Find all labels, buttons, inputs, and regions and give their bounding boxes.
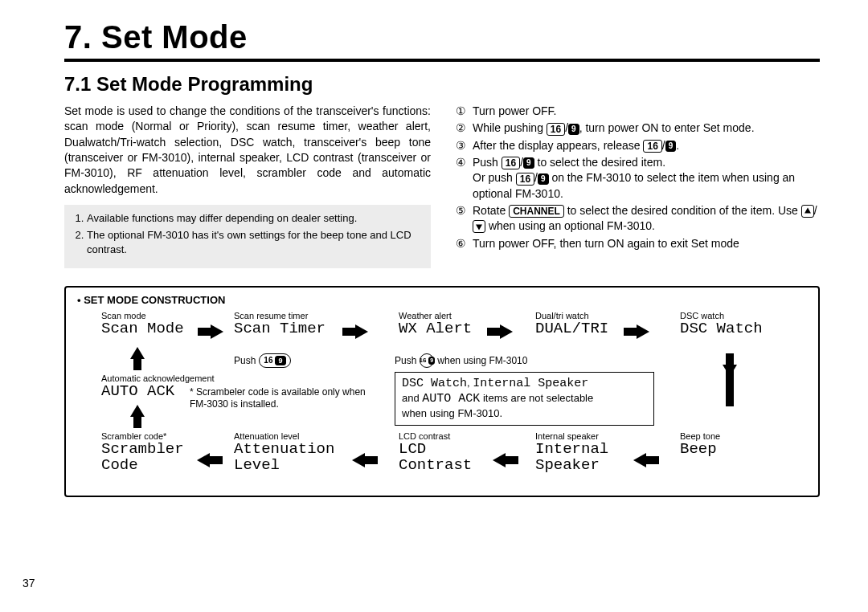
title-rule — [64, 59, 820, 62]
step-6-marker: ⑥ — [453, 236, 468, 251]
lcd-wx-alert: WX Alert — [399, 320, 472, 337]
lcd-beep: Beep — [680, 441, 720, 457]
step-1-marker: ① — [453, 104, 468, 119]
lcd-scan-timer: Scan Timer — [234, 320, 326, 337]
lcd-scrambler: Scrambler Code — [101, 441, 184, 473]
key-16: 16 — [516, 173, 534, 186]
key-9: 9 — [538, 173, 549, 185]
lbl-internal-speaker: Internal speaker — [535, 431, 608, 441]
step-2b: , turn power ON to enter Set mode. — [579, 121, 755, 134]
lcd-dsc-watch: DSC Watch — [680, 320, 763, 337]
cell-internal-speaker: Internal speaker Internal Speaker — [535, 431, 608, 473]
up-key-icon — [801, 205, 814, 218]
step-3-marker: ③ — [453, 138, 468, 153]
cell-attenuation: Attenuation level Attenuation Level — [234, 431, 334, 473]
left-column: Set mode is used to change the condition… — [64, 104, 431, 268]
note-1: Available functions may differ depending… — [87, 211, 423, 226]
arrow-left-icon — [632, 455, 659, 466]
lbl-beep: Beep tone — [680, 431, 720, 441]
step-4: ④ Push 16/9 to select the desired item. … — [453, 155, 820, 202]
set-mode-construction-diagram: • SET MODE CONSTRUCTION Scan mode Scan M… — [64, 286, 820, 497]
step-2-marker: ② — [453, 120, 468, 136]
step-4b: to select the desired item. — [534, 156, 665, 169]
lcd-lcd-contrast: LCD Contrast — [399, 441, 472, 473]
cell-dsc-watch: DSC watch DSC Watch — [680, 311, 763, 337]
note-auto-ack: AUTO ACK — [422, 392, 480, 406]
step-5-marker: ⑤ — [453, 203, 468, 235]
arrow-right-icon — [342, 326, 370, 337]
diagram-heading: • SET MODE CONSTRUCTION — [77, 294, 807, 306]
step-6-text: Turn power OFF, then turn ON again to ex… — [473, 236, 820, 251]
lbl-auto-ack: Automatic acknowledgement — [101, 373, 215, 383]
arrow-down-icon: .arr-down[style*="height:80px"]::before{… — [724, 353, 735, 418]
arrow-left-icon — [350, 455, 378, 466]
step-3: ③ After the display appears, release 16/… — [453, 138, 820, 153]
step-2-text: While pushing 16/9, turn power ON to ent… — [473, 120, 820, 136]
arrow-left-icon — [195, 455, 223, 466]
push-fm-suffix: when using FM-3010 — [437, 355, 527, 366]
down-key-icon — [473, 220, 485, 233]
chapter-title: 7. Set Mode — [64, 19, 820, 55]
note-2: The optional FM-3010 has it's own settin… — [87, 228, 423, 256]
step-5: ⑤ Rotate CHANNEL to select the desired c… — [453, 203, 820, 235]
key-16: 16 — [547, 123, 565, 136]
step-5-text: Rotate CHANNEL to select the desired con… — [473, 203, 820, 235]
cell-scrambler: Scrambler code* Scrambler Code — [101, 431, 184, 473]
key-9: 9 — [665, 141, 677, 152]
cell-scan-timer: Scan resume timer Scan Timer — [234, 311, 326, 337]
step-3a: After the display appears, release — [473, 139, 643, 152]
arrow-up-icon — [132, 404, 143, 428]
note-fm3010: when using FM-3010. — [402, 407, 502, 419]
note-int-spk: Internal Speaker — [473, 377, 588, 390]
lcd-internal-speaker: Internal Speaker — [535, 441, 608, 473]
note-dsc: DSC Watch — [402, 377, 467, 390]
lbl-scan-timer: Scan resume timer — [234, 311, 326, 320]
arrow-right-icon — [624, 326, 651, 337]
page-number: 37 — [23, 577, 35, 590]
intro-paragraph: Set mode is used to change the condition… — [64, 104, 431, 197]
lbl-scrambler: Scrambler code* — [101, 431, 184, 441]
key-9: 9 — [523, 157, 534, 169]
step-1-text: Turn power OFF. — [473, 104, 820, 119]
key-16: 16 — [502, 157, 520, 169]
cell-wx-alert: Weather alert WX Alert — [399, 311, 472, 337]
step-5c: when using an optional FM-3010. — [485, 219, 655, 232]
push-fm-caption: Push 169 when using FM-3010 — [395, 353, 527, 368]
key-16-9-pill: 169 — [259, 353, 290, 368]
step-6: ⑥ Turn power OFF, then turn ON again to … — [453, 236, 820, 251]
key-channel: CHANNEL — [509, 205, 564, 218]
step-3-text: After the display appears, release 16/9. — [473, 138, 820, 153]
push-caption: Push 169 — [234, 353, 291, 368]
lcd-attenuation: Attenuation Level — [234, 441, 334, 473]
step-4-marker: ④ — [453, 155, 468, 202]
step-4c: Or push — [473, 171, 516, 184]
note-and: and — [402, 392, 422, 404]
lbl-scan-mode: Scan mode — [101, 311, 184, 320]
scrambler-footnote: * Scrambeler code is available only when… — [190, 386, 375, 410]
lbl-wx-alert: Weather alert — [399, 311, 472, 320]
arrow-left-icon — [491, 455, 518, 466]
push-label: Push — [234, 355, 256, 366]
step-2: ② While pushing 16/9, turn power ON to e… — [453, 120, 820, 136]
cell-lcd-contrast: LCD contrast LCD Contrast — [399, 431, 472, 473]
lbl-attenuation: Attenuation level — [234, 431, 334, 441]
lcd-scan-mode: Scan Mode — [101, 320, 184, 337]
lbl-dual-tri: Dual/tri watch — [535, 311, 608, 320]
arrow-right-icon — [198, 326, 225, 337]
step-5a: Rotate — [473, 204, 509, 217]
note-not-sel: items are not selectable — [480, 392, 593, 404]
step-4-text: Push 16/9 to select the desired item. Or… — [473, 155, 820, 202]
section-title: 7.1 Set Mode Programming — [64, 73, 820, 96]
arrow-up-icon — [132, 346, 143, 370]
manual-page: 37 7. Set Mode 7.1 Set Mode Programming … — [0, 0, 868, 612]
arrow-right-icon — [487, 326, 514, 337]
lbl-lcd-contrast: LCD contrast — [399, 431, 472, 441]
notes-box: Available functions may differ depending… — [64, 205, 431, 268]
key-9: 9 — [568, 124, 579, 135]
step-1: ① Turn power OFF. — [453, 104, 820, 119]
step-3b: . — [676, 139, 679, 152]
key-16-9-round: 169 — [420, 353, 434, 368]
fm3010-exclusion-note: DSC Watch, Internal Speaker and AUTO ACK… — [395, 372, 654, 426]
lbl-dsc-watch: DSC watch — [680, 311, 763, 320]
key-16: 16 — [643, 140, 661, 153]
